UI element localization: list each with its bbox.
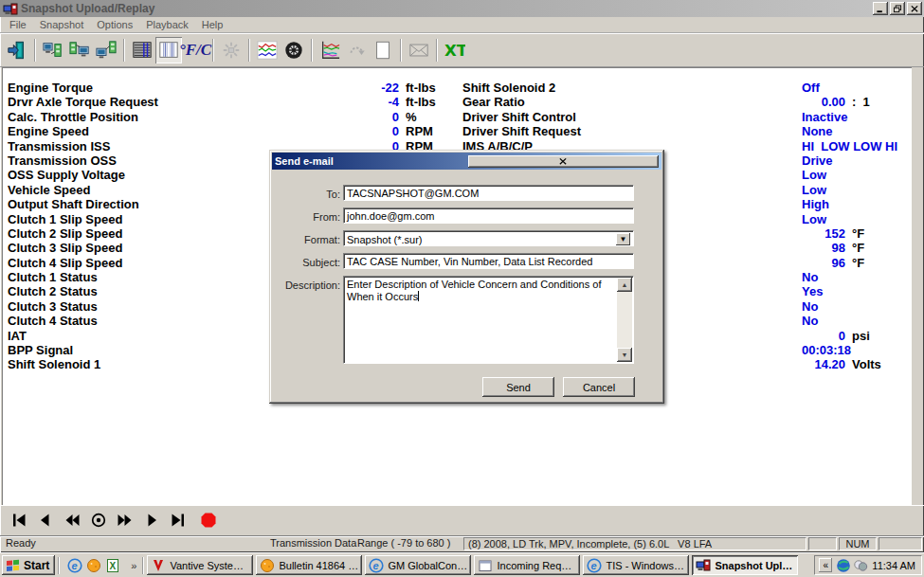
table-row[interactable]: Engine Torque-22ft-lbsShift Solenoid 2Of… (3, 81, 912, 95)
skip-to-start-icon[interactable] (9, 511, 28, 530)
messenger-icon[interactable] (853, 558, 868, 573)
system-tray: « 11:34 AM (814, 555, 922, 575)
description-textarea[interactable]: Enter Description of Vehicle Concern and… (343, 276, 634, 364)
dialog-title-bar[interactable]: Send e-mail (272, 153, 661, 170)
menu-file[interactable]: File (3, 18, 33, 31)
param-unit: ft-lbs (399, 81, 462, 95)
fast-forward-icon[interactable] (116, 511, 135, 530)
param-unit-2 (845, 212, 852, 226)
param-value: -22 (325, 81, 399, 95)
pc-to-cabinet-icon[interactable] (93, 37, 119, 63)
cancel-button[interactable]: Cancel (563, 377, 635, 397)
upload-computer-icon[interactable] (40, 37, 66, 63)
task-label: GM GlobalConnec... (388, 560, 467, 571)
datalist-rows-icon[interactable] (129, 37, 155, 63)
param-value-2: High (796, 197, 845, 211)
start-button[interactable]: Start (2, 555, 55, 575)
menu-playback[interactable]: Playback (139, 18, 195, 31)
param-unit-2 (845, 270, 852, 284)
param-value-2: Low (796, 168, 845, 182)
param-unit-2: °F (845, 256, 864, 270)
table-row[interactable]: Engine Speed0RPMDriver Shift RequestNone (3, 124, 912, 138)
datalist-columns-icon[interactable] (155, 37, 182, 63)
orange-ball-icon[interactable] (86, 558, 101, 573)
record-stop-icon[interactable] (199, 511, 218, 530)
title-bar[interactable]: Snapshot Upload/Replay (0, 0, 924, 17)
menu-help[interactable]: Help (195, 18, 230, 31)
fahrenheit-celsius-icon[interactable]: °F/C (182, 37, 208, 63)
from-field[interactable]: john.doe@gm.com (343, 207, 634, 224)
param-name: Engine Speed (8, 124, 325, 138)
param-unit-2 (845, 183, 852, 197)
axis-graph-icon[interactable] (317, 37, 343, 63)
table-row[interactable]: Calc. Throttle Position0%Driver Shift Co… (3, 110, 912, 124)
textarea-scrollbar[interactable]: ▲ ▼ (617, 278, 632, 362)
task-button[interactable]: Incoming Reques... (474, 555, 580, 575)
chevron-down-icon[interactable]: ▼ (616, 233, 630, 245)
globe-icon[interactable] (836, 558, 851, 573)
windows-flag-icon (6, 558, 21, 573)
minimize-button[interactable] (873, 2, 888, 15)
blank-page-icon[interactable] (370, 37, 396, 63)
status-vehicle: (8) 2008, LD Trk, MPV, Incomplete, (5) 6… (463, 537, 806, 550)
text-caret (418, 291, 419, 301)
toolbar-separator (212, 39, 214, 62)
cabinet-to-pc-icon[interactable] (66, 37, 93, 63)
restore-button[interactable] (890, 2, 905, 15)
task-button[interactable]: eTIS - Windows In... (583, 555, 689, 575)
task-button[interactable]: Snapshot Uplo... (692, 555, 798, 575)
param-value-2: No (796, 270, 845, 284)
description-text: Enter Description of Vehicle Concern and… (347, 279, 601, 302)
format-select[interactable]: Snapshot (*.sur) ▼ (343, 230, 634, 246)
param-value-2: 98 (796, 241, 845, 255)
ie-icon: e (369, 558, 384, 573)
menu-snapshot[interactable]: Snapshot (33, 18, 90, 31)
svg-text:e: e (72, 560, 78, 571)
rewind-icon[interactable] (63, 511, 82, 530)
param-unit-2 (845, 110, 852, 124)
task-button[interactable]: eGM GlobalConnec... (365, 555, 471, 575)
excel-icon[interactable]: X (105, 558, 120, 573)
format-label: Format: (272, 234, 340, 245)
param-value: 0 (325, 124, 399, 138)
subject-field[interactable]: TAC CASE Number, Vin Number, Data List R… (343, 253, 634, 269)
task-label: Bulletin 41864 in ... (279, 560, 358, 571)
param-unit: ft-lbs (399, 95, 462, 109)
scroll-up-icon[interactable]: ▲ (617, 278, 632, 292)
scroll-down-icon[interactable]: ▼ (617, 348, 632, 362)
menu-options[interactable]: Options (90, 18, 139, 31)
send-button[interactable]: Send (482, 377, 554, 397)
quick-launch-overflow[interactable]: » (128, 560, 139, 571)
tools-icon[interactable]: XT (442, 37, 468, 63)
param-unit-2: psi (845, 329, 870, 343)
table-row[interactable]: Drvr Axle Torque Request-4ft-lbsGear Rat… (3, 95, 912, 109)
app-icon (3, 2, 18, 15)
param-name: Calc. Throttle Position (8, 110, 325, 124)
multi-graph-icon[interactable] (254, 37, 281, 63)
tray-chevron[interactable]: « (819, 558, 832, 572)
param-value-2: 0 (796, 329, 845, 343)
param-value-2: 14.20 (796, 357, 845, 371)
param-unit-2 (845, 124, 852, 138)
param-value-2: None (796, 124, 845, 138)
close-button[interactable] (907, 2, 922, 15)
param-unit-2 (845, 284, 852, 298)
tray-icons (836, 558, 868, 573)
dialog-close-button[interactable] (468, 155, 660, 168)
task-button[interactable]: Vantive System -... (147, 555, 253, 575)
skip-to-end-icon[interactable] (169, 511, 188, 530)
from-label: From: (272, 211, 340, 223)
step-forward-icon[interactable] (142, 511, 161, 530)
ie-icon[interactable]: e (67, 558, 82, 573)
param-unit-2: Volts (845, 357, 881, 371)
gauge-icon[interactable] (281, 37, 307, 63)
center-trigger-icon[interactable] (89, 511, 108, 530)
task-label: Vantive System -... (170, 560, 249, 571)
app-icon (696, 558, 711, 573)
task-label: Snapshot Uplo... (715, 560, 794, 571)
task-button[interactable]: Bulletin 41864 in ... (256, 555, 362, 575)
send-email-dialog: Send e-mail To: TACSNAPSHOT@GM.COM From:… (269, 150, 664, 404)
exit-icon[interactable] (4, 37, 30, 63)
to-field[interactable]: TACSNAPSHOT@GM.COM (343, 185, 634, 201)
step-back-icon[interactable] (36, 511, 55, 530)
